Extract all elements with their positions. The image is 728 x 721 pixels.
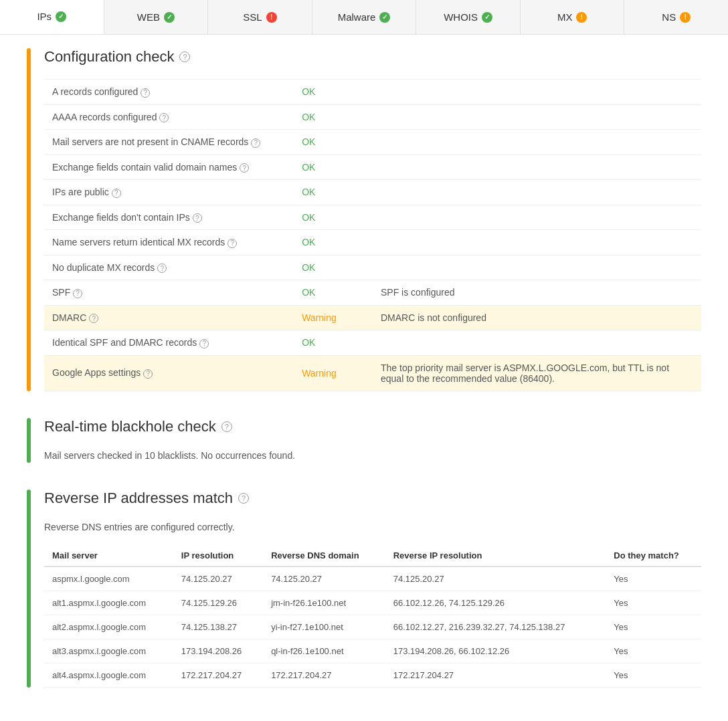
config-row: Name servers return identical MX records… — [44, 230, 701, 255]
row-help-icon[interactable]: ? — [193, 213, 202, 223]
config-row: SPF ?OKSPF is configured — [44, 280, 701, 306]
blackhole-title: Real-time blackhole check ? — [44, 418, 701, 435]
reverseip-cell: alt3.aspmx.l.google.com — [44, 639, 173, 663]
reverseip-cell: Yes — [606, 566, 701, 591]
reverseip-cell: 66.102.12.27, 216.239.32.27, 74.125.138.… — [385, 615, 606, 639]
blackhole-content: Real-time blackhole check ? Mail servers… — [44, 418, 701, 463]
row-help-icon[interactable]: ? — [251, 138, 260, 148]
reverseip-bar — [27, 490, 31, 688]
config-row: AAAA records configured ?OK — [44, 104, 701, 130]
config-row-detail — [373, 255, 701, 280]
row-help-icon[interactable]: ? — [112, 189, 121, 198]
row-help-icon[interactable]: ? — [159, 113, 169, 122]
row-help-icon[interactable]: ? — [199, 339, 209, 348]
row-help-icon[interactable]: ? — [157, 264, 167, 273]
nav-item-malware[interactable]: Malware ✓ — [312, 0, 417, 34]
config-check-section: Configuration check ? A records configur… — [27, 48, 701, 391]
config-row-detail: The top priority mail server is ASPMX.L.… — [373, 355, 701, 391]
reverseip-col-header: Reverse IP resolution — [385, 545, 606, 566]
row-help-icon[interactable]: ? — [143, 369, 153, 379]
nav-label-ssl: SSL — [243, 11, 262, 23]
reverseip-cell: aspmx.l.google.com — [44, 566, 173, 591]
blackhole-help-icon[interactable]: ? — [221, 421, 232, 432]
blackhole-bar — [27, 418, 31, 463]
blackhole-section: Real-time blackhole check ? Mail servers… — [27, 418, 701, 463]
reverseip-cell: 173.194.208.26, 66.102.12.26 — [385, 639, 606, 663]
config-row-name: No duplicate MX records ? — [44, 255, 294, 280]
config-title: Configuration check ? — [44, 48, 701, 66]
reverseip-row: alt1.aspmx.l.google.com74.125.129.26jm-i… — [44, 591, 701, 615]
reverseip-col-header: Reverse DNS domain — [263, 545, 385, 566]
config-row-detail — [373, 104, 701, 130]
nav-label-mx: MX — [557, 11, 573, 23]
nav-item-web[interactable]: WEB ✓ — [104, 0, 209, 34]
config-row-status: OK — [294, 255, 373, 280]
config-row-name: Name servers return identical MX records… — [44, 230, 294, 255]
config-row: DMARC ?WarningDMARC is not configured — [44, 305, 701, 330]
config-row-detail — [373, 180, 701, 205]
reverseip-col-header: Do they match? — [606, 545, 701, 566]
reverseip-cell: Yes — [606, 639, 701, 663]
nav-item-ips[interactable]: IPs ✓ — [0, 0, 104, 34]
nav-status-ssl: ! — [266, 12, 277, 23]
reverseip-table: Mail serverIP resolutionReverse DNS doma… — [44, 545, 701, 688]
reverseip-cell: 172.217.204.27 — [173, 663, 263, 687]
row-help-icon[interactable]: ? — [227, 239, 237, 248]
config-row-name: SPF ? — [44, 280, 294, 306]
reverseip-help-icon[interactable]: ? — [238, 493, 249, 504]
row-help-icon[interactable]: ? — [141, 88, 150, 98]
config-row-detail — [373, 230, 701, 255]
config-row: Exchange fields don't contain IPs ?OK — [44, 205, 701, 230]
reverseip-description: Reverse DNS entries are configured corre… — [44, 520, 701, 534]
config-row: Google Apps settings ?WarningThe top pri… — [44, 355, 701, 391]
config-row-name: Exchange fields don't contain IPs ? — [44, 205, 294, 230]
config-row-detail: SPF is configured — [373, 280, 701, 306]
nav-item-ssl[interactable]: SSL ! — [208, 0, 312, 34]
config-row-name: Mail servers are not present in CNAME re… — [44, 130, 294, 155]
row-help-icon[interactable]: ? — [89, 314, 98, 323]
config-row-detail — [373, 130, 701, 155]
config-row-status: OK — [294, 154, 373, 180]
reverseip-cell: Yes — [606, 615, 701, 639]
nav-item-ns[interactable]: NS ! — [624, 0, 728, 34]
nav-item-whois[interactable]: WHOIS ✓ — [416, 0, 521, 34]
reverseip-col-header: Mail server — [44, 545, 173, 566]
nav-status-ns: ! — [680, 12, 691, 23]
top-navigation: IPs ✓ WEB ✓ SSL ! Malware ✓ WHOIS ✓ MX !… — [0, 0, 728, 35]
reverseip-cell: 74.125.20.27 — [173, 566, 263, 591]
row-help-icon[interactable]: ? — [240, 163, 249, 173]
config-content: Configuration check ? A records configur… — [44, 48, 701, 391]
reverseip-cell: 172.217.204.27 — [385, 663, 606, 687]
nav-status-whois: ✓ — [482, 12, 492, 23]
config-row-status: OK — [294, 230, 373, 255]
row-help-icon[interactable]: ? — [73, 289, 82, 298]
config-help-icon[interactable]: ? — [179, 51, 190, 62]
config-row-name: Identical SPF and DMARC records ? — [44, 330, 294, 356]
config-row-status: Warning — [294, 305, 373, 330]
reverseip-cell: 74.125.129.26 — [173, 591, 263, 615]
reverseip-cell: 74.125.20.27 — [385, 566, 606, 591]
reverseip-row: aspmx.l.google.com74.125.20.2774.125.20.… — [44, 566, 701, 591]
reverseip-cell: Yes — [606, 591, 701, 615]
nav-label-ns: NS — [662, 11, 676, 23]
config-row-status: OK — [294, 130, 373, 155]
reverseip-row: alt3.aspmx.l.google.com173.194.208.26ql-… — [44, 639, 701, 663]
nav-label-whois: WHOIS — [444, 11, 478, 23]
config-row: A records configured ?OK — [44, 80, 701, 105]
config-row: Mail servers are not present in CNAME re… — [44, 130, 701, 155]
config-row-name: AAAA records configured ? — [44, 104, 294, 130]
config-row-status: OK — [294, 330, 373, 356]
config-row: IPs are public ?OK — [44, 180, 701, 205]
nav-status-ips: ✓ — [56, 11, 66, 22]
reverseip-section: Reverse IP addresses match ? Reverse DNS… — [27, 490, 701, 688]
config-row-name: DMARC ? — [44, 305, 294, 330]
config-row-name: A records configured ? — [44, 80, 294, 105]
reverseip-cell: 74.125.138.27 — [173, 615, 263, 639]
nav-item-mx[interactable]: MX ! — [521, 0, 625, 34]
config-table: A records configured ?OKAAAA records con… — [44, 79, 701, 391]
reverseip-header-row: Mail serverIP resolutionReverse DNS doma… — [44, 545, 701, 566]
reverseip-col-header: IP resolution — [173, 545, 263, 566]
main-content: Configuration check ? A records configur… — [0, 35, 728, 721]
reverseip-cell: Yes — [606, 663, 701, 687]
reverseip-cell: jm-in-f26.1e100.net — [263, 591, 385, 615]
